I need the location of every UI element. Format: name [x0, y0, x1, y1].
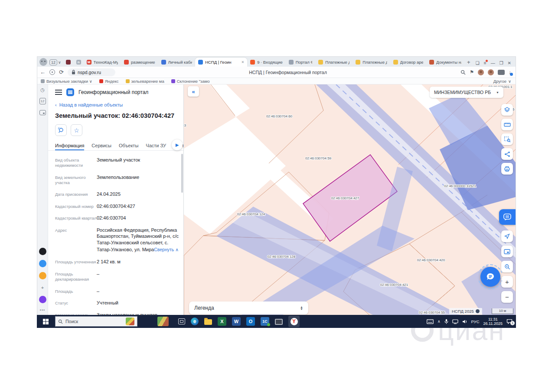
- tab-close-icon[interactable]: ✕: [241, 60, 244, 64]
- bookmark-item[interactable]: Яндекс: [99, 79, 119, 84]
- browser-tab[interactable]: Документы на и: [426, 58, 464, 67]
- language-indicator[interactable]: РУС: [471, 319, 480, 324]
- downloads-icon[interactable]: ↓: [509, 69, 511, 75]
- reload-icon[interactable]: ⟳: [59, 69, 64, 75]
- remote-app-icon[interactable]: [275, 319, 283, 325]
- print-button[interactable]: [501, 163, 513, 175]
- browser-tab[interactable]: Платежные док: [315, 58, 353, 67]
- search-coordinates-button[interactable]: [501, 261, 513, 272]
- chat-support-button[interactable]: [480, 267, 500, 287]
- bookmark-flag-icon[interactable]: ⚑: [470, 69, 474, 75]
- address-bar[interactable]: nspd.gov.ru: [68, 68, 115, 76]
- browser-tab[interactable]: размещение от: [121, 58, 158, 67]
- panel-scrollbar[interactable]: [181, 154, 183, 193]
- panel-tab-информация[interactable]: Информация: [55, 143, 84, 150]
- measure-button[interactable]: [501, 119, 513, 130]
- menu-icon[interactable]: [55, 90, 62, 95]
- sidebar-camera-icon[interactable]: [39, 248, 46, 255]
- url-text: nspd.gov.ru: [78, 70, 101, 75]
- bookmark-item[interactable]: зельеварение ма: [126, 79, 164, 84]
- new-tab-button[interactable]: +: [464, 59, 473, 65]
- browser-tab[interactable]: [63, 58, 73, 67]
- screenshot-icon[interactable]: [39, 109, 46, 116]
- taskbar-search[interactable]: Поиск: [55, 316, 137, 327]
- avatar[interactable]: [478, 69, 484, 75]
- bookmark-label: Визуальные закладки ∨: [46, 79, 92, 84]
- layer-source-dropdown[interactable]: МИНЗЕМИМУЩЕСТВО РБ ▼: [430, 87, 503, 98]
- feedback-icon[interactable]: ❏: [476, 61, 480, 65]
- history-icon[interactable]: ◷: [39, 86, 46, 93]
- map-viewport[interactable]: 02:46:030704:6002:46:030704:5902:46:0307…: [184, 84, 516, 315]
- news-widget-icon[interactable]: [157, 317, 169, 326]
- field-value: Земли населенных пунктов: [97, 312, 179, 315]
- tabs-scroll-right-button[interactable]: ▶: [172, 139, 183, 150]
- 1c-icon[interactable]: 1С: [261, 317, 269, 326]
- measure-area-button[interactable]: [501, 133, 513, 145]
- browser-profile-icon[interactable]: [39, 58, 47, 66]
- file-explorer-icon[interactable]: [204, 319, 212, 325]
- extensions-icon[interactable]: [498, 70, 505, 75]
- layers-button[interactable]: [501, 104, 513, 116]
- panel-tab-сервисы[interactable]: Сервисы: [91, 143, 111, 150]
- edge-icon[interactable]: e: [191, 317, 199, 325]
- sidebar-alice-icon[interactable]: [39, 296, 46, 303]
- tab-counter[interactable]: 12 ∨: [49, 59, 61, 65]
- panel-tab-части зу[interactable]: Части ЗУ: [146, 143, 166, 150]
- collapse-address-link[interactable]: Свернуть ∧: [154, 247, 179, 253]
- locate-me-button[interactable]: [501, 230, 513, 242]
- bookmarks-other[interactable]: Другое ∨: [493, 79, 511, 84]
- search-page-icon[interactable]: [460, 70, 466, 75]
- zoom-to-object-button[interactable]: [55, 124, 67, 136]
- action-center-button[interactable]: 1: [506, 319, 513, 324]
- sidebar-more-icon[interactable]: •••: [40, 308, 45, 312]
- tab-title: размещение от: [131, 60, 155, 65]
- calendar-icon[interactable]: 12: [39, 98, 46, 104]
- zoom-in-button[interactable]: +: [501, 276, 513, 288]
- task-view-button[interactable]: [178, 318, 185, 324]
- sidebar-music-icon[interactable]: [39, 272, 46, 279]
- outlook-icon[interactable]: O: [246, 317, 255, 326]
- network-icon[interactable]: [452, 319, 458, 324]
- share-button[interactable]: [501, 148, 513, 160]
- back-icon[interactable]: ←: [40, 69, 46, 75]
- avatar[interactable]: [488, 69, 494, 75]
- legend-bar[interactable]: Легенда ▲▼: [189, 301, 308, 314]
- microphone-icon[interactable]: [444, 319, 448, 324]
- collapse-panel-button[interactable]: «: [188, 86, 199, 97]
- browser-tab[interactable]: Личный кабине: [158, 58, 196, 67]
- close-button[interactable]: ✕: [508, 61, 511, 65]
- clock[interactable]: 11:31 26.11.2025: [483, 317, 503, 326]
- minimize-button[interactable]: —: [491, 61, 495, 65]
- browser-tab[interactable]: Договор аренд: [390, 58, 427, 67]
- restore-button[interactable]: ❐: [500, 61, 503, 65]
- browser-tab[interactable]: n: [73, 58, 84, 67]
- start-button[interactable]: [37, 315, 54, 328]
- browser-tab[interactable]: Платежные док: [353, 58, 390, 67]
- browser-tab[interactable]: Портал ФК: [286, 58, 316, 67]
- field-value: 2 142 кв. м: [97, 259, 179, 265]
- touch-keyboard-icon[interactable]: [427, 319, 434, 324]
- back-to-results-link[interactable]: ‹ Назад в найденные объекты: [48, 99, 183, 108]
- bookmark-item[interactable]: Визуальные закладки ∨: [41, 79, 92, 84]
- layer-source-label: МИНЗЕМИМУЩЕСТВО РБ: [434, 90, 491, 95]
- browser-tab[interactable]: MТехноКад-Муни: [84, 58, 121, 67]
- panel-tab-объекты[interactable]: Объекты: [119, 143, 138, 150]
- browser-tab[interactable]: НСПД | Геоин✕: [195, 58, 247, 67]
- yandex-browser-icon[interactable]: Y: [288, 316, 300, 327]
- sidebar-add-icon[interactable]: +: [39, 284, 46, 291]
- browser-menu-icon[interactable]: ≡: [484, 61, 486, 65]
- map-extent-button[interactable]: [501, 246, 513, 257]
- speaker-icon[interactable]: [462, 319, 467, 324]
- bookmark-item[interactable]: Склонение "замо: [171, 79, 210, 84]
- favorite-button[interactable]: ☆: [71, 124, 82, 136]
- field-row: АдресРоссийская Федерация, Республика Ба…: [55, 227, 179, 253]
- excel-icon[interactable]: X: [218, 317, 226, 326]
- word-icon[interactable]: W: [232, 317, 241, 326]
- assistant-panel-tab[interactable]: [499, 209, 516, 225]
- protect-icon[interactable]: [49, 69, 55, 75]
- sidebar-dzen-icon[interactable]: [39, 260, 46, 267]
- field-row: Вид объекта недвижимостиЗемельный участо…: [55, 157, 179, 168]
- hidden-icons-chevron[interactable]: ∧: [437, 319, 441, 324]
- browser-tab[interactable]: 9 · Входящие —: [247, 58, 286, 67]
- zoom-out-button[interactable]: −: [501, 291, 513, 303]
